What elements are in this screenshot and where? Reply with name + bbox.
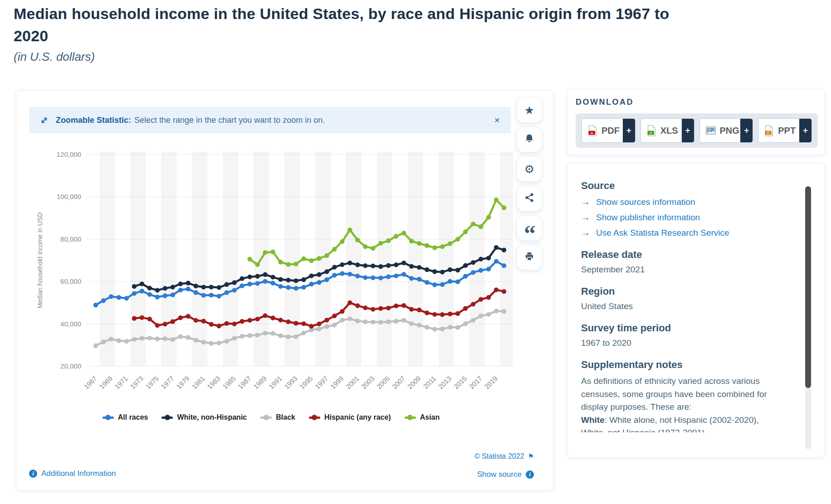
data-point[interactable] [317,327,321,331]
data-point[interactable] [324,324,329,329]
data-point[interactable] [479,224,483,229]
data-point[interactable] [455,268,460,272]
add-ppt-button[interactable]: + [799,119,811,142]
data-point[interactable] [432,282,437,287]
data-point[interactable] [332,273,337,277]
data-point[interactable] [401,318,406,322]
data-point[interactable] [479,314,483,318]
data-point[interactable] [340,309,344,314]
data-point[interactable] [340,318,344,322]
data-point[interactable] [332,247,337,252]
data-point[interactable] [240,319,244,324]
data-point[interactable] [417,241,421,246]
data-point[interactable] [371,320,375,324]
data-point[interactable] [147,292,152,296]
data-point[interactable] [155,337,160,341]
data-point[interactable] [378,320,383,325]
data-point[interactable] [378,276,383,280]
data-point[interactable] [301,277,306,282]
income-line-chart[interactable]: 20,00040,00060,00080,000100,000120,00019… [23,135,549,418]
data-point[interactable] [224,321,229,325]
data-point[interactable] [201,340,206,344]
download-xls-button[interactable]: X XLS + [640,118,694,143]
data-point[interactable] [371,263,375,268]
data-point[interactable] [378,241,383,245]
data-point[interactable] [494,287,499,292]
legend-item[interactable]: White, non-Hispanic [161,413,247,422]
data-point[interactable] [471,270,475,275]
data-point[interactable] [255,281,259,286]
data-point[interactable] [486,312,491,316]
data-point[interactable] [209,341,214,345]
data-point[interactable] [171,285,175,289]
data-point[interactable] [286,285,290,290]
data-point[interactable] [479,297,483,301]
legend-item[interactable]: Asian [405,413,440,422]
data-point[interactable] [479,268,483,272]
print-button[interactable] [517,245,542,270]
data-point[interactable] [178,334,183,339]
data-point[interactable] [286,278,290,282]
data-point[interactable] [232,336,236,340]
data-point[interactable] [124,339,129,344]
data-point[interactable] [255,333,259,337]
data-point[interactable] [278,334,283,338]
ask-statista-link[interactable]: → Use Ask Statista Research Service [581,228,796,238]
data-point[interactable] [486,256,491,260]
data-point[interactable] [186,281,191,285]
data-point[interactable] [347,300,352,305]
data-point[interactable] [216,294,221,298]
data-point[interactable] [263,313,267,318]
download-ppt-button[interactable]: P PPT + [758,118,812,143]
data-point[interactable] [347,228,352,232]
data-point[interactable] [301,285,306,290]
data-point[interactable] [132,337,137,341]
data-point[interactable] [132,284,137,289]
data-point[interactable] [425,310,429,315]
data-point[interactable] [432,269,437,274]
data-point[interactable] [448,267,452,272]
data-point[interactable] [494,198,499,202]
data-point[interactable] [363,275,367,280]
data-point[interactable] [401,261,406,265]
data-point[interactable] [409,264,414,268]
data-point[interactable] [194,318,198,322]
data-point[interactable] [463,306,468,310]
data-point[interactable] [270,281,275,285]
data-point[interactable] [440,282,445,287]
additional-information-link[interactable]: i Additional Information [29,469,116,478]
data-point[interactable] [363,305,367,310]
data-point[interactable] [371,276,375,280]
data-point[interactable] [386,320,391,324]
data-point[interactable] [355,303,360,308]
data-point[interactable] [163,286,167,291]
data-point[interactable] [502,289,506,294]
data-point[interactable] [409,307,414,311]
data-point[interactable] [332,314,337,318]
data-point[interactable] [171,337,175,342]
data-point[interactable] [355,319,360,323]
data-point[interactable] [163,293,167,298]
data-point[interactable] [286,320,290,324]
data-point[interactable] [409,239,414,243]
data-point[interactable] [155,295,160,299]
data-point[interactable] [263,272,267,277]
data-point[interactable] [409,321,414,326]
data-point[interactable] [486,295,491,300]
data-point[interactable] [432,245,437,250]
data-point[interactable] [255,317,259,321]
data-point[interactable] [502,263,506,268]
data-point[interactable] [117,338,121,343]
legend-item[interactable]: All races [103,413,148,422]
data-point[interactable] [278,284,283,289]
data-point[interactable] [386,305,391,310]
data-point[interactable] [224,282,229,287]
data-point[interactable] [417,308,421,312]
data-point[interactable] [247,318,252,322]
data-point[interactable] [324,253,329,258]
data-point[interactable] [394,262,398,267]
data-point[interactable] [324,318,329,322]
data-point[interactable] [194,284,198,288]
data-point[interactable] [101,339,106,344]
data-point[interactable] [463,274,468,278]
